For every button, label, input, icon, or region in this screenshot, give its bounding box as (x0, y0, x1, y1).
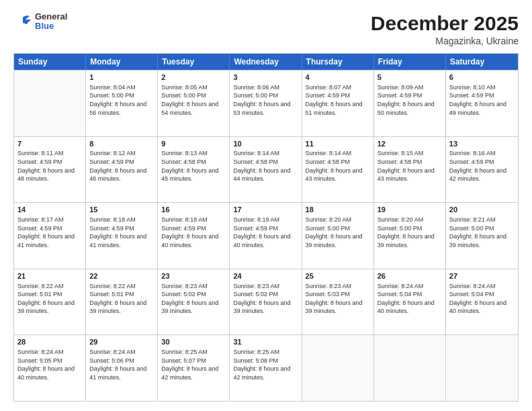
day-number: 28 (17, 337, 82, 347)
day-info: Sunrise: 8:16 AMSunset: 4:59 PMDaylight:… (449, 149, 515, 183)
cal-cell-w5-d2: 29 Sunrise: 8:24 AMSunset: 5:06 PMDaylig… (86, 335, 158, 401)
day-number: 2 (161, 73, 226, 83)
cal-cell-w4-d3: 23 Sunrise: 8:23 AMSunset: 5:02 PMDaylig… (158, 269, 230, 335)
day-info: Sunrise: 8:04 AMSunset: 5:00 PMDaylight:… (89, 83, 154, 117)
day-number: 3 (233, 73, 298, 83)
cal-cell-w4-d6: 26 Sunrise: 8:24 AMSunset: 5:04 PMDaylig… (374, 269, 446, 335)
cal-cell-w3-d4: 17 Sunrise: 8:19 AMSunset: 4:59 PMDaylig… (230, 203, 302, 269)
day-number: 9 (161, 139, 226, 149)
day-number: 4 (306, 73, 370, 83)
cal-cell-w2-d4: 10 Sunrise: 8:14 AMSunset: 4:58 PMDaylig… (230, 137, 302, 203)
day-info: Sunrise: 8:18 AMSunset: 4:59 PMDaylight:… (161, 216, 226, 249)
cal-cell-w5-d7 (446, 335, 518, 401)
cal-cell-w1-d7: 6 Sunrise: 8:10 AMSunset: 4:59 PMDayligh… (446, 71, 518, 136)
day-number: 6 (449, 73, 515, 83)
calendar-header-row: SundayMondayTuesdayWednesdayThursdayFrid… (14, 54, 518, 70)
day-number: 18 (306, 205, 370, 215)
cal-cell-w2-d3: 9 Sunrise: 8:13 AMSunset: 4:58 PMDayligh… (158, 137, 230, 203)
day-info: Sunrise: 8:17 AMSunset: 4:59 PMDaylight:… (17, 216, 82, 249)
cal-cell-w3-d3: 16 Sunrise: 8:18 AMSunset: 4:59 PMDaylig… (158, 203, 230, 269)
cal-cell-w5-d6 (374, 335, 446, 401)
day-number: 17 (233, 205, 298, 215)
cal-week-4: 21 Sunrise: 8:22 AMSunset: 5:01 PMDaylig… (14, 269, 518, 335)
cal-cell-w2-d5: 11 Sunrise: 8:14 AMSunset: 4:58 PMDaylig… (302, 137, 374, 203)
day-info: Sunrise: 8:21 AMSunset: 5:00 PMDaylight:… (449, 216, 515, 249)
day-number: 24 (233, 271, 298, 281)
day-info: Sunrise: 8:13 AMSunset: 4:58 PMDaylight:… (161, 149, 226, 183)
cal-cell-w1-d2: 1 Sunrise: 8:04 AMSunset: 5:00 PMDayligh… (86, 71, 158, 136)
day-info: Sunrise: 8:09 AMSunset: 4:59 PMDaylight:… (378, 83, 442, 117)
cal-cell-w2-d6: 12 Sunrise: 8:15 AMSunset: 4:58 PMDaylig… (374, 137, 446, 203)
day-number: 11 (306, 139, 370, 149)
day-number: 16 (161, 205, 226, 215)
cal-cell-w5-d4: 31 Sunrise: 8:25 AMSunset: 5:08 PMDaylig… (230, 335, 302, 401)
cal-week-3: 14 Sunrise: 8:17 AMSunset: 4:59 PMDaylig… (14, 202, 518, 269)
cal-cell-w5-d3: 30 Sunrise: 8:25 AMSunset: 5:07 PMDaylig… (158, 335, 230, 401)
day-number: 29 (89, 337, 154, 347)
cal-cell-w1-d3: 2 Sunrise: 8:05 AMSunset: 5:00 PMDayligh… (158, 71, 230, 136)
day-number: 14 (17, 205, 82, 215)
logo: General Blue (13, 12, 67, 32)
cal-week-5: 28 Sunrise: 8:24 AMSunset: 5:05 PMDaylig… (14, 334, 518, 401)
cal-cell-w3-d2: 15 Sunrise: 8:18 AMSunset: 4:59 PMDaylig… (86, 203, 158, 269)
cal-header-sunday: Sunday (14, 54, 86, 70)
cal-cell-w1-d6: 5 Sunrise: 8:09 AMSunset: 4:59 PMDayligh… (374, 71, 446, 136)
cal-cell-w4-d2: 22 Sunrise: 8:22 AMSunset: 5:01 PMDaylig… (86, 269, 158, 335)
logo-bird-icon (13, 12, 32, 31)
cal-cell-w1-d5: 4 Sunrise: 8:07 AMSunset: 4:59 PMDayligh… (302, 71, 374, 136)
day-info: Sunrise: 8:11 AMSunset: 4:59 PMDaylight:… (17, 149, 82, 183)
cal-cell-w2-d7: 13 Sunrise: 8:16 AMSunset: 4:59 PMDaylig… (446, 137, 518, 203)
day-number: 22 (89, 271, 154, 281)
cal-cell-w4-d1: 21 Sunrise: 8:22 AMSunset: 5:01 PMDaylig… (14, 269, 86, 335)
day-number: 7 (17, 139, 82, 149)
page: General Blue December 2025 Magazinka, Uk… (0, 0, 532, 411)
cal-cell-w4-d5: 25 Sunrise: 8:23 AMSunset: 5:03 PMDaylig… (302, 269, 374, 335)
cal-cell-w1-d1 (14, 71, 86, 136)
cal-header-tuesday: Tuesday (158, 54, 230, 70)
day-number: 15 (89, 205, 154, 215)
cal-cell-w1-d4: 3 Sunrise: 8:06 AMSunset: 5:00 PMDayligh… (230, 71, 302, 136)
title-area: December 2025 Magazinka, Ukraine (371, 12, 519, 46)
logo-general-text: General (35, 12, 67, 21)
header: General Blue December 2025 Magazinka, Uk… (13, 12, 519, 46)
day-number: 25 (306, 271, 370, 281)
day-info: Sunrise: 8:20 AMSunset: 5:00 PMDaylight:… (378, 216, 442, 249)
cal-header-friday: Friday (374, 54, 446, 70)
day-info: Sunrise: 8:14 AMSunset: 4:58 PMDaylight:… (233, 149, 298, 183)
day-info: Sunrise: 8:19 AMSunset: 4:59 PMDaylight:… (233, 216, 298, 249)
cal-cell-w2-d2: 8 Sunrise: 8:12 AMSunset: 4:59 PMDayligh… (86, 137, 158, 203)
calendar-body: 1 Sunrise: 8:04 AMSunset: 5:00 PMDayligh… (14, 70, 518, 401)
day-info: Sunrise: 8:23 AMSunset: 5:02 PMDaylight:… (233, 282, 298, 316)
cal-week-1: 1 Sunrise: 8:04 AMSunset: 5:00 PMDayligh… (14, 70, 518, 136)
day-number: 1 (89, 73, 154, 83)
day-number: 26 (378, 271, 442, 281)
day-info: Sunrise: 8:24 AMSunset: 5:04 PMDaylight:… (449, 282, 515, 316)
month-title: December 2025 (371, 12, 519, 34)
cal-week-2: 7 Sunrise: 8:11 AMSunset: 4:59 PMDayligh… (14, 136, 518, 203)
day-info: Sunrise: 8:14 AMSunset: 4:58 PMDaylight:… (306, 149, 370, 183)
day-info: Sunrise: 8:24 AMSunset: 5:05 PMDaylight:… (17, 348, 82, 381)
day-number: 31 (233, 337, 298, 347)
day-number: 10 (233, 139, 298, 149)
cal-cell-w2-d1: 7 Sunrise: 8:11 AMSunset: 4:59 PMDayligh… (14, 137, 86, 203)
cal-cell-w3-d6: 19 Sunrise: 8:20 AMSunset: 5:00 PMDaylig… (374, 203, 446, 269)
day-info: Sunrise: 8:05 AMSunset: 5:00 PMDaylight:… (161, 83, 226, 117)
day-info: Sunrise: 8:23 AMSunset: 5:03 PMDaylight:… (306, 282, 370, 316)
day-info: Sunrise: 8:20 AMSunset: 5:00 PMDaylight:… (306, 216, 370, 249)
day-info: Sunrise: 8:12 AMSunset: 4:59 PMDaylight:… (89, 149, 154, 183)
cal-cell-w4-d7: 27 Sunrise: 8:24 AMSunset: 5:04 PMDaylig… (446, 269, 518, 335)
day-number: 27 (449, 271, 515, 281)
day-info: Sunrise: 8:06 AMSunset: 5:00 PMDaylight:… (233, 83, 298, 117)
logo-blue-text: Blue (35, 21, 67, 31)
day-number: 12 (378, 139, 442, 149)
day-number: 13 (449, 139, 515, 149)
day-info: Sunrise: 8:25 AMSunset: 5:07 PMDaylight:… (161, 348, 226, 381)
cal-cell-w5-d1: 28 Sunrise: 8:24 AMSunset: 5:05 PMDaylig… (14, 335, 86, 401)
day-number: 23 (161, 271, 226, 281)
day-info: Sunrise: 8:22 AMSunset: 5:01 PMDaylight:… (89, 282, 154, 316)
cal-cell-w5-d5 (302, 335, 374, 401)
day-number: 21 (17, 271, 82, 281)
cal-header-monday: Monday (86, 54, 158, 70)
day-info: Sunrise: 8:22 AMSunset: 5:01 PMDaylight:… (17, 282, 82, 316)
day-info: Sunrise: 8:10 AMSunset: 4:59 PMDaylight:… (449, 83, 515, 117)
